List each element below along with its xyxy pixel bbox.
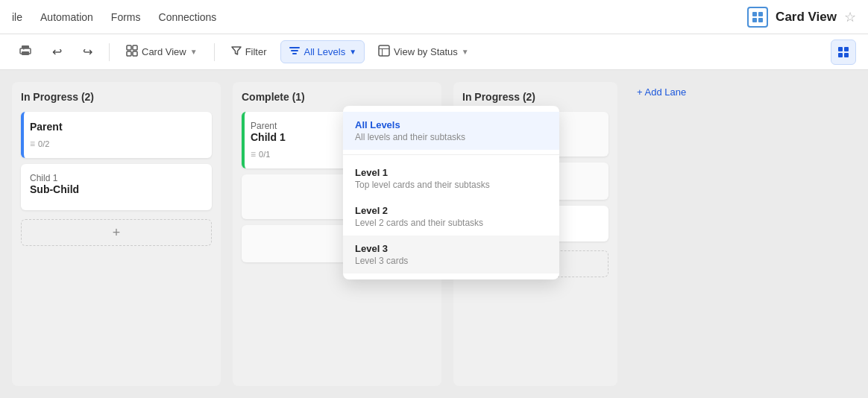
favorite-star-icon[interactable]: ☆ [844,9,856,25]
card-parent[interactable]: Parent ≡ 0/2 [21,112,212,158]
svg-rect-13 [291,50,298,51]
svg-rect-9 [133,45,137,50]
add-lane-label: + Add Lane [637,86,686,98]
undo-icon: ↩ [52,45,62,59]
lane-complete-header: Complete (1) [242,91,433,103]
card-view-button[interactable]: Card View ▼ [119,41,205,63]
svg-rect-6 [22,51,29,55]
page-title: Card View [776,10,837,25]
nav-automation[interactable]: Automation [40,8,93,26]
filter-icon [231,45,242,58]
svg-rect-21 [844,53,849,57]
svg-rect-20 [838,53,843,57]
dropdown-item-all-levels-title: All Levels [355,119,547,130]
lane-in-progress: In Progress (2) Parent ≡ 0/2 Child 1 Sub… [12,82,221,386]
svg-rect-3 [758,18,763,22]
progress-bar-icon-2: ≡ [251,149,256,159]
card-view-label: Card View [142,46,186,57]
print-icon [19,45,31,59]
view-by-status-icon [378,45,390,59]
add-card-button-lane1[interactable]: + [21,219,212,246]
dropdown-item-level1-title: Level 1 [355,167,547,178]
progress-bar-icon: ≡ [30,139,35,149]
all-levels-icon [289,45,301,59]
toolbar-divider-2 [214,43,215,61]
dropdown-item-all-levels-desc: All levels and their subtasks [355,132,547,142]
dropdown-divider-1 [343,154,559,155]
svg-rect-10 [127,51,131,56]
all-levels-chevron-icon: ▼ [349,48,356,56]
svg-rect-2 [752,18,757,22]
main-content: In Progress (2) Parent ≡ 0/2 Child 1 Sub… [0,70,868,398]
dropdown-item-all-levels[interactable]: All Levels All levels and their subtasks [343,112,559,150]
card-parent-progress: ≡ 0/2 [30,139,203,149]
redo-icon: ↪ [83,45,92,59]
filter-button[interactable]: Filter [224,42,274,62]
top-nav-right: Card View ☆ [747,7,856,28]
toolbar: ↩ ↪ Card View ▼ Filter [0,34,868,70]
svg-rect-11 [133,51,137,56]
filter-label: Filter [245,46,267,57]
all-levels-label: All Levels [304,46,346,57]
nav-connections[interactable]: Connections [159,8,217,26]
grid-view-button[interactable] [831,40,856,65]
svg-rect-0 [752,12,757,16]
redo-button[interactable]: ↪ [75,41,100,63]
undo-button[interactable]: ↩ [45,41,69,63]
card-subchild-parent-label: Child 1 [30,173,203,183]
dropdown-item-level1[interactable]: Level 1 Top level cards and their subtas… [343,159,559,198]
nav-forms[interactable]: Forms [111,8,141,26]
svg-rect-15 [379,45,389,56]
dropdown-item-level2-title: Level 2 [355,205,547,216]
add-lane-button[interactable]: + Add Lane [629,82,694,102]
top-nav: ile Automation Forms Connections Card Vi… [0,0,868,34]
dropdown-item-level2[interactable]: Level 2 Level 2 cards and their subtasks [343,198,559,236]
svg-rect-14 [292,53,297,54]
toolbar-divider-1 [109,43,110,61]
svg-rect-8 [127,45,131,50]
lane-partial-header: In Progress (2) [462,91,608,103]
view-by-status-label: View by Status [394,46,458,57]
dropdown-item-level2-desc: Level 2 cards and their subtasks [355,218,547,228]
print-button[interactable] [12,41,39,63]
svg-rect-18 [838,47,843,51]
nav-ile[interactable]: ile [12,8,22,26]
card-view-icon [126,45,138,59]
dropdown-item-level3-desc: Level 3 cards [355,256,547,266]
view-by-status-button[interactable]: View by Status ▼ [371,41,477,63]
svg-rect-1 [758,12,763,16]
lane-in-progress-header: In Progress (2) [21,91,212,103]
all-levels-dropdown: All Levels All levels and their subtasks… [343,106,559,279]
view-by-status-chevron-icon: ▼ [462,48,469,56]
dropdown-item-level3[interactable]: Level 3 Level 3 cards [343,236,559,274]
card-view-nav-icon [747,7,768,28]
svg-rect-12 [289,47,300,48]
card-subchild[interactable]: Child 1 Sub-Child [21,164,212,210]
card-view-chevron-icon: ▼ [190,48,198,56]
svg-rect-7 [23,48,25,50]
dropdown-item-level3-title: Level 3 [355,243,547,254]
card-parent-title: Parent [30,121,203,133]
card-subchild-title: Sub-Child [30,183,203,195]
svg-rect-19 [844,47,849,51]
dropdown-item-level1-desc: Top level cards and their subtasks [355,180,547,190]
all-levels-button[interactable]: All Levels ▼ [280,40,365,63]
